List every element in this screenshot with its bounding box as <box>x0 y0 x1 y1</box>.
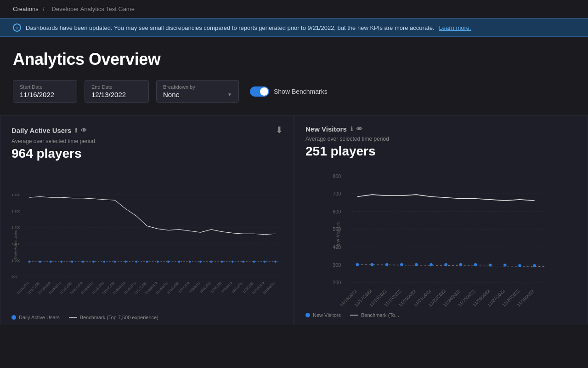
dau-dot-6 <box>82 260 84 263</box>
nv-dot-3 <box>385 263 388 266</box>
nv-dot-6 <box>430 263 432 266</box>
nv-legend-benchmark-label: Benchmark (To... <box>361 312 399 318</box>
info-banner: i Dashboards have been updated. You may … <box>0 18 588 37</box>
nv-dot-5 <box>415 263 418 266</box>
dau-dot-1 <box>28 260 30 263</box>
dau-dot-21 <box>242 260 244 263</box>
dau-legend-benchmark-label: Benchmark (Top 7,500 experience) <box>80 315 158 320</box>
dau-chart-area: 1,400 1,300 1,200 1,100 1,000 900 Daily … <box>11 168 283 306</box>
banner-text: Dashboards have been updated. You may se… <box>26 24 435 31</box>
nv-legend-dash <box>350 315 358 316</box>
dau-legend-benchmark: Benchmark (Top 7,500 experience) <box>69 315 158 320</box>
nv-eye-icon[interactable]: 👁 <box>356 126 362 132</box>
x-label-122: 12/2/2022 <box>188 281 201 293</box>
eye-icon[interactable]: 👁 <box>81 127 87 134</box>
nv-chart-title: New Visitors <box>305 125 347 133</box>
nv-avg-value: 251 players <box>305 144 577 159</box>
dau-dot-3 <box>50 260 52 263</box>
toggle-knob <box>260 87 268 96</box>
dau-dot-24 <box>274 260 277 263</box>
chevron-down-icon: ▼ <box>227 92 232 97</box>
dau-legend-dash <box>69 317 77 318</box>
nv-benchmark-line <box>357 264 544 266</box>
breadcrumb: Creations / Developer Analytics Test Gam… <box>0 0 588 18</box>
y-label-1300: 1,300 <box>11 209 20 213</box>
nv-legend-main-label: New Visitors <box>313 312 341 318</box>
dau-dot-23 <box>264 260 266 263</box>
nv-trend-line <box>357 195 535 201</box>
dau-avg-label: Average over selected time period <box>11 138 283 144</box>
nv-chart-svg: 800 700 600 500 400 300 200 New Visitors <box>305 166 577 304</box>
nv-dot-7 <box>445 263 447 266</box>
dau-dot-9 <box>114 260 116 263</box>
dau-dot-12 <box>146 260 148 263</box>
dau-y-axis-title: Daily Active Users <box>13 230 17 259</box>
dau-dot-13 <box>157 260 159 263</box>
dau-dot-18 <box>210 260 212 263</box>
dau-legend-main-label: Daily Active Users <box>19 315 60 320</box>
breakdown-value: None <box>163 91 180 98</box>
nv-legend-benchmark: Benchmark (To... <box>350 312 399 318</box>
nv-y-label-600: 600 <box>333 209 341 214</box>
dau-chart-header: Daily Active Users ℹ 👁 ⬇ <box>11 125 283 135</box>
nv-legend-dot <box>305 313 310 317</box>
dau-chart-title: Daily Active Users <box>11 126 71 134</box>
x-label-123: 12/3/2022 <box>199 281 212 293</box>
nv-dot-4 <box>400 263 403 266</box>
info-circle-icon[interactable]: ℹ <box>75 127 77 134</box>
nv-dot-10 <box>489 264 492 266</box>
y-label-900: 900 <box>11 275 17 279</box>
dau-dot-7 <box>92 260 95 263</box>
nv-dot-8 <box>459 263 462 266</box>
nv-y-label-800: 800 <box>333 173 341 179</box>
nv-avg-label: Average over selected time period <box>305 136 577 142</box>
nv-y-label-700: 700 <box>333 191 341 196</box>
dau-trend-line <box>29 197 276 235</box>
breadcrumb-home[interactable]: Creations <box>13 6 39 12</box>
dau-dot-10 <box>124 260 127 263</box>
dau-legend: Daily Active Users Benchmark (Top 7,500 … <box>11 310 283 325</box>
nv-legend-main: New Visitors <box>305 312 341 318</box>
dau-chart-svg: 1,400 1,300 1,200 1,100 1,000 900 Daily … <box>11 168 283 306</box>
x-label-126: 12/7/2022 <box>231 281 243 293</box>
dau-dot-22 <box>253 260 255 263</box>
y-label-1400: 1,400 <box>11 193 20 197</box>
end-date-field[interactable]: End Date 12/13/2022 <box>85 80 149 103</box>
nv-info-icon[interactable]: ℹ <box>351 126 353 132</box>
end-date-value: 12/13/2022 <box>91 91 142 98</box>
breakdown-label: Breakdown by <box>163 84 232 90</box>
nv-dot-1 <box>356 263 359 266</box>
show-benchmarks-label: Show Benchmarks <box>274 88 328 95</box>
start-date-field[interactable]: Start Date 11/16/2022 <box>13 80 77 103</box>
nv-y-label-200: 200 <box>333 280 341 285</box>
learn-more-link[interactable]: Learn more. <box>439 24 471 31</box>
dau-dot-11 <box>135 260 137 263</box>
nv-dot-12 <box>518 264 521 267</box>
dau-dot-17 <box>199 260 202 263</box>
download-icon[interactable]: ⬇ <box>276 125 283 135</box>
show-benchmarks-toggle[interactable]: Show Benchmarks <box>250 86 328 97</box>
nv-legend: New Visitors Benchmark (To... <box>305 308 577 322</box>
dau-legend-dot <box>11 315 16 320</box>
nv-dot-11 <box>503 264 506 266</box>
x-label-125: 12/5/2022 <box>220 281 233 293</box>
breadcrumb-separator: / <box>43 6 45 12</box>
nv-chart-panel: New Visitors ℹ 👁 Average over selected t… <box>294 115 588 325</box>
breakdown-dropdown[interactable]: Breakdown by None ▼ <box>156 80 239 103</box>
toggle-switch[interactable] <box>250 86 269 97</box>
dau-avg-value: 964 players <box>11 146 283 161</box>
breadcrumb-current: Developer Analytics Test Game <box>52 6 135 12</box>
dau-dot-8 <box>103 260 106 263</box>
y-label-1200: 1,200 <box>11 225 20 230</box>
nv-dot-2 <box>371 263 373 266</box>
nv-y-label-300: 300 <box>333 262 341 268</box>
dau-dot-20 <box>232 260 234 263</box>
start-date-value: 11/16/2022 <box>20 91 70 98</box>
dau-legend-main: Daily Active Users <box>11 315 60 320</box>
x-label-124: 12/4/2022 <box>210 281 222 293</box>
dau-dot-2 <box>39 260 41 263</box>
nv-dot-9 <box>474 263 477 266</box>
controls-row: Start Date 11/16/2022 End Date 12/13/202… <box>13 80 575 103</box>
end-date-label: End Date <box>91 84 142 90</box>
dau-dot-16 <box>189 260 191 263</box>
